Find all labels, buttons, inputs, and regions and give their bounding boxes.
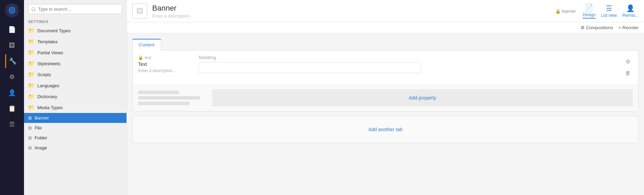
permissions-button[interactable]: 👤 Permis... <box>622 4 639 18</box>
reorder-label: Reorder <box>622 25 639 30</box>
sidebar-item-folder[interactable]: ⊞ Folder <box>24 133 126 143</box>
add-tab-button[interactable]: Add another tab <box>368 127 403 132</box>
add-property-row: Add property <box>133 84 638 111</box>
property-settings-button[interactable]: ⚙ <box>623 57 633 66</box>
alias-text: banner <box>562 9 576 14</box>
folder-icon: 📁 <box>28 49 35 56</box>
media-nav-icon[interactable]: 🖼 <box>5 38 19 52</box>
app-logo: 🌀 <box>5 3 19 17</box>
header-icon-box: 🖼 <box>132 3 147 19</box>
sidebar-item-label: File <box>35 125 42 130</box>
content-nav-icon[interactable]: 📄 <box>5 23 19 36</box>
grid-icon: ⊞ <box>28 135 32 140</box>
sidebar-item-label: Banner <box>35 115 49 121</box>
property-alias: 🔒 text <box>138 55 193 60</box>
sidebar-item-languages[interactable]: 📁 Languages <box>24 80 126 91</box>
design-label: Design <box>583 12 595 17</box>
sidebar-item-label: Partial Views <box>37 50 63 55</box>
sidebar-item-scripts[interactable]: 📁 Scripts <box>24 69 126 80</box>
permissions-label: Permis... <box>622 13 639 18</box>
tab-content[interactable]: Content <box>132 39 161 50</box>
icon-rail: 🌀 📄 🖼 🔧 ⚙ 👤 📋 ☰ <box>0 0 24 195</box>
folder-icon: 📁 <box>28 60 35 67</box>
grid-icon: ⊞ <box>28 115 32 121</box>
skeleton-line-1 <box>138 91 179 94</box>
main-content: 🖼 Banner Enter a description... 🔒 banner… <box>127 0 644 195</box>
content-body: Content 🔒 text Text Enter a description.… <box>127 33 644 195</box>
sidebar-item-label: Folder <box>35 135 47 140</box>
sidebar-item-label: Templates <box>37 39 58 44</box>
reorder-button[interactable]: + Reorder <box>618 25 639 30</box>
sidebar-item-templates[interactable]: 📁 Templates <box>24 36 126 47</box>
folder-icon: 📁 <box>28 93 35 100</box>
sidebar-item-document-types[interactable]: 📁 Document Types <box>24 25 126 36</box>
config-nav-icon[interactable]: ⚙ <box>5 70 19 84</box>
lock-icon: 🔒 <box>555 9 561 14</box>
permissions-icon: 👤 <box>626 4 635 12</box>
banner-image-icon: 🖼 <box>136 7 143 15</box>
settings-section-label: SETTINGS <box>24 17 126 25</box>
sidebar-item-dictionary[interactable]: 📁 Dictionary <box>24 91 126 102</box>
users-nav-icon[interactable]: 👤 <box>5 86 19 100</box>
list-view-button[interactable]: ☰ List view <box>601 4 617 18</box>
folder-icon: 📁 <box>28 38 35 45</box>
add-property-button[interactable]: Add property <box>409 95 436 101</box>
sidebar-item-label: Languages <box>37 83 59 88</box>
property-left: 🔒 text Text Enter a description... <box>138 55 193 73</box>
property-middle: Textstring <box>193 55 623 73</box>
content-header: 🖼 Banner Enter a description... 🔒 banner… <box>127 0 644 22</box>
forms-nav-icon[interactable]: 📋 <box>5 102 19 115</box>
property-text-input[interactable] <box>198 62 421 73</box>
property-actions: ⚙ 🗑 <box>623 55 633 79</box>
design-button[interactable]: 📄 Design <box>583 3 595 19</box>
property-description[interactable]: Enter a description... <box>138 68 193 73</box>
settings-nav-icon[interactable]: 🔧 <box>5 54 19 68</box>
compositions-icon: ⚙ <box>581 25 585 30</box>
sidebar-item-media-types[interactable]: 📁 Media Types <box>24 102 126 113</box>
search-input[interactable] <box>28 4 122 14</box>
sidebar-item-label: Image <box>35 145 47 150</box>
sidebar-item-file[interactable]: ⊞ File <box>24 123 126 133</box>
compositions-label: Compositions <box>586 25 613 30</box>
property-lock-icon: 🔒 <box>138 55 143 60</box>
skeleton-line-3 <box>138 102 190 105</box>
skeleton-line-2 <box>138 96 200 100</box>
reorder-icon: + <box>618 25 621 30</box>
design-icon: 📄 <box>585 3 593 12</box>
sidebar-item-partial-views[interactable]: 📁 Partial Views <box>24 47 126 58</box>
add-property-area[interactable]: Add property <box>212 89 633 106</box>
page-title: Banner <box>152 4 555 13</box>
header-description[interactable]: Enter a description... <box>152 13 555 19</box>
list-view-label: List view <box>601 13 617 18</box>
sidebar-item-label: Dictionary <box>37 94 57 99</box>
folder-icon: 📁 <box>28 27 35 34</box>
property-alias-text: text <box>145 55 151 60</box>
grid-icon: ⊞ <box>28 125 32 130</box>
sidebar-item-image[interactable]: ⊞ Image <box>24 143 126 153</box>
sidebar-item-label: Scripts <box>37 72 51 77</box>
tab-bar: Content <box>132 39 639 50</box>
sidebar: SETTINGS 📁 Document Types 📁 Templates 📁 … <box>24 0 127 195</box>
sub-header: ⚙ Compositions + Reorder <box>127 22 644 33</box>
list-view-icon: ☰ <box>606 4 612 12</box>
sidebar-item-label: Document Types <box>37 28 71 33</box>
header-actions: 📄 Design ☰ List view 👤 Permis... <box>583 3 639 19</box>
property-type-label: Textstring <box>198 55 618 60</box>
compositions-button[interactable]: ⚙ Compositions <box>581 25 613 30</box>
sidebar-item-banner[interactable]: ⊞ Banner <box>24 113 126 123</box>
header-alias: 🔒 banner <box>555 9 576 14</box>
sidebar-search-area <box>24 0 126 17</box>
folder-icon: 📁 <box>28 71 35 78</box>
folder-icon: 📁 <box>28 104 35 111</box>
sidebar-item-label: Media Types <box>37 105 62 110</box>
skeleton-area <box>138 91 207 105</box>
sidebar-item-label: Stylesheets <box>37 61 60 66</box>
property-row-text: 🔒 text Text Enter a description... Texts… <box>133 50 638 84</box>
sidebar-item-stylesheets[interactable]: 📁 Stylesheets <box>24 58 126 69</box>
add-tab-area[interactable]: Add another tab <box>132 116 639 143</box>
list-nav-icon[interactable]: ☰ <box>5 117 19 131</box>
header-title-area: Banner Enter a description... <box>152 4 555 19</box>
property-name: Text <box>138 61 193 67</box>
property-delete-button[interactable]: 🗑 <box>623 68 633 78</box>
folder-icon: 📁 <box>28 82 35 89</box>
